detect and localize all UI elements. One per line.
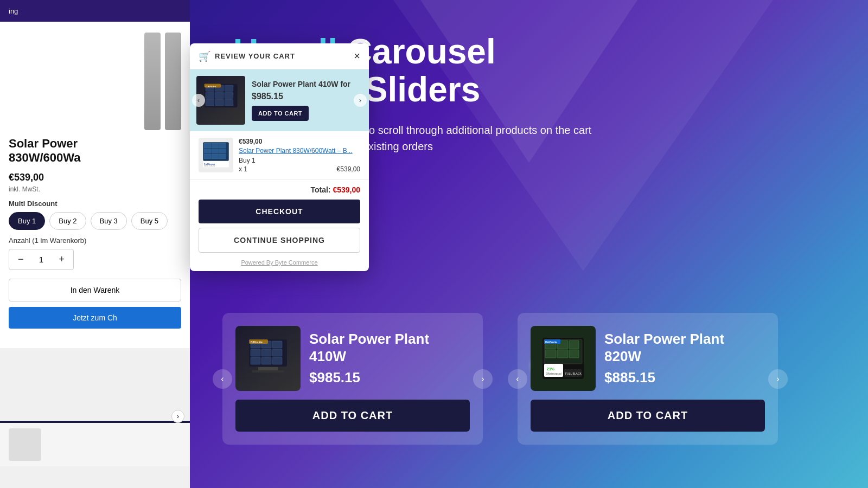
svg-rect-48 <box>204 154 211 159</box>
product-nav-btn[interactable]: › <box>171 410 184 423</box>
carousel-1-prev-btn[interactable]: ‹ <box>213 369 232 389</box>
carousel-2-inner: DAVsuite 21% Effizienzgrad FULL BLACK So… <box>531 326 765 391</box>
buy-now-button[interactable]: Jetzt zum Ch <box>9 307 181 329</box>
cart-icon: 🛒 <box>199 50 210 62</box>
svg-rect-21 <box>569 350 579 358</box>
svg-rect-36 <box>206 99 214 105</box>
carousel-2-info: Solar Power Plant 820W $885.15 <box>604 331 765 386</box>
cart-close-btn[interactable]: × <box>354 50 360 62</box>
qty-decrease-btn[interactable]: − <box>18 254 24 265</box>
carousel-2-price: $885.15 <box>604 369 765 386</box>
svg-text:Effizienzgrad: Effizienzgrad <box>546 372 561 375</box>
svg-rect-10 <box>258 367 278 370</box>
carousel-2-name: Solar Power Plant 820W <box>604 331 765 364</box>
svg-text:DAVsuite: DAVsuite <box>206 85 216 88</box>
thumbnail-1 <box>9 428 41 461</box>
buy-2-button[interactable]: Buy 2 <box>49 212 86 230</box>
svg-rect-9 <box>272 357 282 364</box>
svg-rect-11 <box>252 370 284 373</box>
quantity-control: − 1 + <box>9 249 74 270</box>
svg-rect-38 <box>225 99 233 105</box>
left-product-panel: ing Solar Power830W/600Wa €539,00 inkl. … <box>0 0 190 488</box>
cart-header-left: 🛒 REVIEW YOUR CART <box>199 50 295 62</box>
modal-upsell-prev-btn[interactable]: ‹ <box>192 94 205 107</box>
svg-rect-46 <box>212 149 219 153</box>
svg-rect-35 <box>225 92 233 98</box>
cart-modal-header: 🛒 REVIEW YOUR CART × <box>190 43 369 69</box>
chevron-left-icon-2: ‹ <box>516 374 519 384</box>
product-accessory-img <box>144 33 161 130</box>
product-inkl: inkl. MwSt. <box>9 185 181 193</box>
svg-rect-32 <box>225 85 233 91</box>
cart-item-qty: x 1 <box>239 165 247 173</box>
chevron-right-icon: › <box>177 413 179 420</box>
buy-1-button[interactable]: Buy 1 <box>9 212 45 230</box>
product-image-area <box>9 33 181 130</box>
svg-rect-45 <box>204 149 211 153</box>
modal-upsell-price: $985.15 <box>252 92 362 101</box>
carousel-section: ‹ <box>222 313 868 445</box>
anzahl-label: Anzahl (1 im Warenkorb) <box>9 236 181 245</box>
add-to-cart-button[interactable]: In den Warenk <box>9 279 181 301</box>
carousel-2-prev-btn[interactable]: ‹ <box>508 369 527 389</box>
cart-item-info: €539,00 Solar Power Plant 830W/600Watt –… <box>239 138 360 173</box>
svg-rect-20 <box>557 350 568 358</box>
carousel-card-2: ‹ <box>518 313 778 445</box>
svg-text:DAVsuite: DAVsuite <box>545 341 557 344</box>
svg-rect-43 <box>212 143 219 148</box>
carousel-2-add-btn[interactable]: ADD TO CART <box>531 400 765 432</box>
cart-item-row: Full Screen 820W 2x410W €539,00 Solar Po… <box>190 131 369 180</box>
svg-rect-47 <box>219 149 226 153</box>
cart-item-svg: Full Screen 820W 2x410W <box>202 142 229 169</box>
carousel-2-next-btn[interactable]: › <box>768 369 788 389</box>
multi-discount-label: Multi Discount <box>9 200 181 208</box>
carousel-1-info: Solar Power Plant 410W $985.15 <box>309 331 470 386</box>
svg-rect-5 <box>261 349 271 356</box>
cart-item-price: €539,00 <box>337 165 360 173</box>
powered-by-text: Powered By Byte Commerce <box>190 257 369 271</box>
top-bar-text: ing <box>9 7 18 15</box>
modal-upsell-name: Solar Power Plant 410W for <box>252 80 362 88</box>
buy-5-button[interactable]: Buy 5 <box>131 212 168 230</box>
modal-upsell-add-btn[interactable]: ADD TO CART <box>252 106 309 121</box>
solar-panel-1-svg: DAVsuite <box>246 337 290 380</box>
carousel-2-product-img: DAVsuite 21% Effizienzgrad FULL BLACK <box>531 326 596 391</box>
carousel-card-1: ‹ <box>222 313 483 445</box>
buy-buttons-group: Buy 1 Buy 2 Buy 3 Buy 5 <box>9 212 181 230</box>
svg-rect-4 <box>251 349 260 356</box>
modal-solar-svg: DAVsuite <box>202 81 240 119</box>
chevron-right-icon-2: › <box>481 374 484 384</box>
carousel-1-next-btn[interactable]: › <box>473 369 493 389</box>
continue-shopping-button[interactable]: CONTINUE SHOPPING <box>199 228 360 253</box>
product-price: €539,00 <box>9 172 181 183</box>
svg-text:820W 2x410W: 820W 2x410W <box>204 165 215 167</box>
modal-upsell-next-btn[interactable]: › <box>354 94 367 107</box>
modal-upsell-section: ‹ DAVsuite Solar Power Plant 410W for $9… <box>190 69 369 131</box>
svg-text:FULL BLACK: FULL BLACK <box>565 372 582 375</box>
cart-total: Total: €539,00 <box>190 180 369 200</box>
svg-rect-50 <box>219 154 226 159</box>
cart-modal-title: REVIEW YOUR CART <box>215 52 295 60</box>
carousel-1-price: $985.15 <box>309 369 470 386</box>
svg-rect-44 <box>219 143 226 148</box>
svg-text:DAVsuite: DAVsuite <box>251 341 263 344</box>
total-label: Total: <box>310 185 330 194</box>
svg-rect-42 <box>204 143 211 148</box>
product-img-placeholder <box>165 33 181 130</box>
svg-rect-7 <box>251 357 260 364</box>
svg-rect-37 <box>215 99 224 105</box>
product-area: Solar Power830W/600Wa €539,00 inkl. MwSt… <box>0 22 190 348</box>
chevron-left-icon: ‹ <box>221 374 224 384</box>
carousel-1-add-btn[interactable]: ADD TO CART <box>235 400 470 432</box>
modal-upsell-info: Solar Power Plant 410W for $985.15 ADD T… <box>252 80 362 121</box>
cart-item-buy: Buy 1 <box>239 157 360 164</box>
solar-panel-2-svg: DAVsuite 21% Effizienzgrad FULL BLACK <box>541 337 585 380</box>
cart-item-name[interactable]: Solar Power Plant 830W/600Watt – B... <box>239 147 360 155</box>
svg-rect-6 <box>272 349 282 356</box>
qty-increase-btn[interactable]: + <box>59 254 65 265</box>
checkout-button[interactable]: CHECKOUT <box>199 200 360 223</box>
buy-3-button[interactable]: Buy 3 <box>91 212 127 230</box>
svg-rect-33 <box>206 92 214 98</box>
svg-rect-18 <box>569 341 579 349</box>
cart-item-qty-price: x 1 €539,00 <box>239 165 360 173</box>
